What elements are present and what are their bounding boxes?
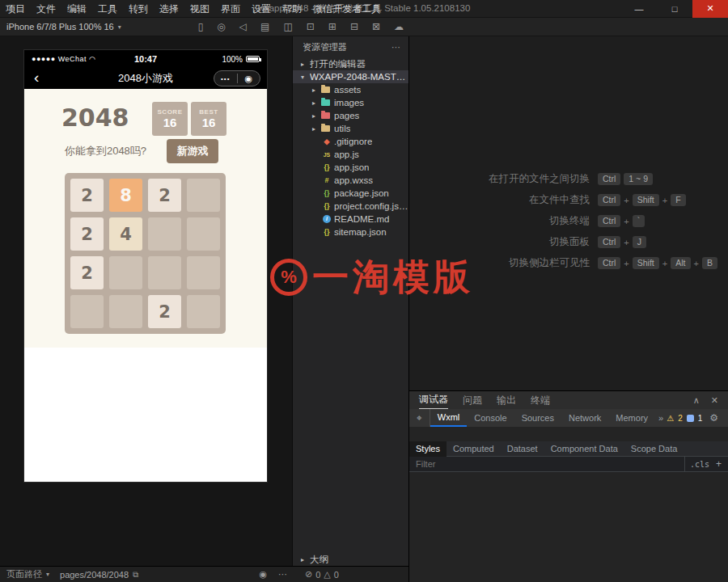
phone-nav-bar: ‹ 2048小游戏 ••• ◉ — [24, 68, 267, 89]
tab-styles[interactable]: Styles — [409, 441, 447, 457]
tree-item-package-json[interactable]: {} package.json — [293, 187, 408, 200]
tree-item-app-json[interactable]: {} app.json — [293, 161, 408, 174]
menu-view[interactable]: 视图 — [184, 0, 215, 18]
score-value: 16 — [163, 116, 177, 129]
device-selector[interactable]: iPhone 6/7/8 Plus 100% 16 ▾ — [0, 22, 121, 32]
tab-console[interactable]: Console — [467, 410, 514, 426]
wxml-tree-area — [409, 427, 728, 441]
key-badge: Ctrl — [598, 257, 620, 269]
game-tile — [148, 256, 181, 289]
grid-close-icon[interactable]: ⊠ — [372, 18, 380, 36]
copy-icon[interactable]: ⧉ — [133, 570, 138, 580]
tree-item-gitignore[interactable]: ◆ .gitignore — [293, 135, 408, 148]
inspect-tool-icon[interactable]: ⊡ — [307, 18, 315, 36]
chevron-down-icon: ▾ — [118, 23, 121, 31]
tree-item-assets[interactable]: ▸ assets — [293, 83, 408, 96]
preview-icon[interactable]: ◁ — [239, 18, 247, 36]
more-icon[interactable]: ⋯ — [392, 42, 400, 53]
json-file-icon: {} — [321, 228, 332, 236]
outline-section[interactable]: ▸ 大纲 — [293, 553, 408, 566]
tree-item-images[interactable]: ▸ images — [293, 96, 408, 109]
json-file-icon: {} — [321, 163, 332, 171]
tab-debugger[interactable]: 调试器 — [419, 391, 448, 409]
more-icon[interactable]: ⋯ — [278, 569, 287, 580]
grid-minus-icon[interactable]: ⊟ — [350, 18, 358, 36]
package-file-icon: {} — [321, 189, 332, 197]
tab-scope-data[interactable]: Scope Data — [624, 441, 684, 457]
status-bar: 页面路径 ▾ pages/2048/2048 ⧉ ◉ ⋯ ⊘ 0 △ 0 — [0, 566, 408, 582]
panel-icon[interactable]: ▤ — [260, 18, 269, 36]
game-tile — [109, 295, 142, 328]
capsule-more-icon[interactable]: ••• — [214, 75, 237, 82]
minimize-button[interactable]: — — [621, 0, 657, 18]
menu-goto[interactable]: 转到 — [123, 0, 154, 18]
chevron-right-icon: ▸ — [312, 86, 321, 94]
game-tile: 2 — [70, 256, 104, 289]
close-icon[interactable]: ✕ — [711, 395, 718, 406]
open-editors-section[interactable]: ▸ 打开的编辑器 — [293, 57, 408, 70]
eye-icon[interactable]: ◉ — [259, 569, 267, 580]
tab-dataset[interactable]: Dataset — [501, 441, 544, 457]
menu-project[interactable]: 项目 — [0, 0, 31, 18]
tree-item-pages[interactable]: ▸ pages — [293, 109, 408, 122]
page-path-value: pages/2048/2048 — [60, 570, 129, 580]
tab-problems[interactable]: 问题 — [463, 392, 482, 409]
tab-computed[interactable]: Computed — [447, 441, 501, 457]
tree-item-utils[interactable]: ▸ utils — [293, 122, 408, 135]
tab-memory[interactable]: Memory — [608, 410, 655, 426]
page-path-label[interactable]: 页面路径 — [6, 568, 42, 580]
chevron-right-icon: ▸ — [301, 61, 310, 68]
menu-edit[interactable]: 编辑 — [61, 0, 92, 18]
menu-help[interactable]: 帮助 — [277, 0, 307, 18]
git-icon: ◆ — [321, 137, 332, 146]
grid-add-icon[interactable]: ⊞ — [328, 18, 336, 36]
tab-wxml[interactable]: Wxml — [430, 409, 468, 427]
menu-select[interactable]: 选择 — [154, 0, 184, 18]
tree-root[interactable]: ▾ WXAPP-2048-MASTER — [293, 70, 408, 83]
gear-icon[interactable]: ⚙ — [709, 412, 718, 424]
close-button[interactable]: ✕ — [692, 0, 728, 18]
menu-interface[interactable]: 界面 — [215, 0, 246, 18]
tree-item-app-wxss[interactable]: # app.wxss — [293, 174, 408, 187]
editor-area: 在打开的文件之间切换 Ctrl 1 ~ 9 在文件中查找 Ctrl + Shif… — [409, 36, 728, 390]
compile-icon[interactable]: ◎ — [217, 18, 225, 36]
menu-tools[interactable]: 工具 — [92, 0, 123, 18]
menu-file[interactable]: 文件 — [31, 0, 61, 18]
tree-item-sitemap[interactable]: {} sitemap.json — [293, 226, 408, 238]
game-tile — [187, 256, 220, 289]
tree-item-app-js[interactable]: JS app.js — [293, 148, 408, 161]
json-file-icon: {} — [321, 202, 332, 210]
add-style-icon[interactable]: + — [714, 458, 728, 470]
new-game-button[interactable]: 新游戏 — [167, 139, 218, 163]
best-box: BEST 16 — [191, 102, 226, 136]
chevron-down-icon: ▾ — [301, 74, 310, 81]
tree-item-project-config[interactable]: {} project.config.json — [293, 200, 408, 213]
battery-icon — [246, 56, 260, 62]
warning-icon: ⚠ — [667, 414, 674, 423]
device-icon[interactable]: ▯ — [198, 18, 204, 36]
key-badge: Ctrl — [598, 194, 620, 206]
chevron-right-icon: ▸ — [301, 556, 310, 563]
inspect-element-icon[interactable]: ⌖ — [409, 409, 430, 427]
tab-component-data[interactable]: Component Data — [544, 441, 624, 457]
maximize-button[interactable]: □ — [657, 0, 692, 18]
tab-terminal[interactable]: 终端 — [531, 392, 550, 409]
tree-item-readme[interactable]: i README.md — [293, 213, 408, 226]
chevron-right-icon: ▸ — [312, 125, 321, 133]
storage-icon[interactable]: ◫ — [283, 18, 292, 36]
menu-settings[interactable]: 设置 — [246, 0, 277, 18]
tab-network[interactable]: Network — [561, 410, 608, 426]
menu-wechat-devtools[interactable]: 微信开发者工具 — [307, 0, 387, 18]
filter-input[interactable] — [409, 459, 684, 469]
problems-status[interactable]: ⊘ 0 △ 0 — [292, 569, 408, 580]
capsule-exit-icon[interactable]: ◉ — [238, 74, 260, 84]
game-title: 2048 — [61, 103, 129, 132]
cloud-upload-icon[interactable]: ☁ — [394, 18, 404, 36]
tab-sources[interactable]: Sources — [514, 410, 561, 426]
tab-output[interactable]: 输出 — [497, 392, 516, 409]
overflow-tabs-icon[interactable]: » — [655, 413, 667, 423]
error-icon: ⊘ — [305, 569, 312, 580]
cls-button[interactable]: .cls — [684, 457, 714, 472]
collapse-icon[interactable]: ∧ — [693, 395, 700, 406]
game-board[interactable]: 2 8 2 2 4 2 — [65, 173, 226, 334]
